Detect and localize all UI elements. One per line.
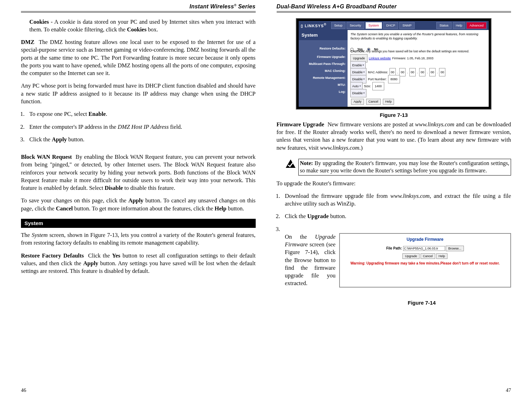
upgrade-intro: To upgrade the Router's firmware: xyxy=(277,180,511,187)
header-left: Instant Wireless® Series xyxy=(21,3,256,11)
header-rule-thick-r xyxy=(277,11,511,12)
port-input[interactable]: 8080 xyxy=(388,75,400,83)
apply-button[interactable]: Apply xyxy=(351,99,364,104)
step-2: 2.Enter the computer's IP address in the… xyxy=(29,123,256,131)
note-box: Note: By upgrading the Router's firmware… xyxy=(298,159,511,176)
browse-button[interactable]: Browse... xyxy=(446,246,464,251)
upg-step-3: 3. On the Upgrade Firmware screen (see F… xyxy=(285,225,511,288)
label-fw: Firmware Upgrade: xyxy=(300,53,345,60)
router-tabbar: ▯ LINKSYS® Setup Security System DHCP SN… xyxy=(299,21,489,30)
upg-step-2: 2.Click the Upgrade button. xyxy=(285,213,511,220)
upg-step-3-text: On the Upgrade Firmware screen (see Figu… xyxy=(285,233,336,288)
mac-4[interactable]: 00 xyxy=(429,68,436,76)
tab-status[interactable]: Status xyxy=(436,22,452,29)
tab-help[interactable]: Help xyxy=(453,22,466,29)
router-button-row: Apply Cancel Help xyxy=(350,99,486,104)
step-3: 3.Click the Apply button. xyxy=(29,136,256,143)
checkmark-triangle-icon xyxy=(285,159,296,169)
upg-button-row: Upgrade Cancel Help xyxy=(343,253,508,259)
page-47: Dual-Band Wireless A+G Broadband Router … xyxy=(266,3,518,394)
mac-1[interactable]: 00 xyxy=(399,68,406,76)
tab-setup[interactable]: Setup xyxy=(331,22,346,29)
dmz-paragraph-2: Any PC whose port is being forwarded mus… xyxy=(21,82,256,105)
upgrade-steps: 1.Download the firmware upgrade file fro… xyxy=(277,192,511,292)
label-remote: Remote Management: xyxy=(300,74,345,81)
row-mac: Disable ▾ MAC Address: 00. 00. 00. 00. 0… xyxy=(350,69,486,76)
caution-text: CAUTION: Any settings you have saved wil… xyxy=(350,50,486,53)
upg-warning: Warning: Upgrading firmware may take a f… xyxy=(343,261,508,266)
row-fw: Upgrade Linksys website Firmware: 1.05, … xyxy=(350,55,486,62)
figure-7-13-caption: Figure 7-13 xyxy=(277,112,511,119)
file-path-label: File Path: xyxy=(386,246,402,250)
section-system-bar: System xyxy=(21,219,256,228)
svg-marker-0 xyxy=(286,159,296,168)
tab-system[interactable]: System xyxy=(365,22,382,29)
label-mtu: MTU: xyxy=(300,81,345,88)
fw-version: Firmware: 1.05, Feb.18, 2003 xyxy=(392,55,433,62)
upgrade-firmware-title: Upgrade Firmware xyxy=(343,237,508,242)
size-input[interactable]: 1400 xyxy=(372,82,384,90)
label-restore: Restore Defaults: xyxy=(300,43,345,53)
page-number-47: 47 xyxy=(277,387,511,394)
mac-5[interactable]: 00 xyxy=(439,68,445,76)
size-label: Size: xyxy=(364,83,371,90)
header-text-right: Dual-Band Wireless A+G Broadband Router xyxy=(277,3,397,10)
router-title: System xyxy=(299,30,348,40)
tab-snmp[interactable]: SNMP xyxy=(399,22,415,29)
upg-cancel-button[interactable]: Cancel xyxy=(421,253,435,259)
restore-paragraph: Restore Factory Defaults Click the Yes b… xyxy=(21,252,256,275)
linksys-website-link[interactable]: Linksys website xyxy=(369,55,391,62)
page-46: Instant Wireless® Series Cookies - A coo… xyxy=(14,3,266,394)
figure-7-14-caption: Figure 7-14 xyxy=(333,299,511,306)
tab-security[interactable]: Security xyxy=(347,22,364,29)
mac-label: MAC Address: xyxy=(368,69,388,76)
row-mpt: Enable ▾ xyxy=(350,62,486,69)
router-desc: The System screen lets you enable a vari… xyxy=(350,32,486,40)
label-mac: MAC Cloning: xyxy=(300,67,345,74)
note-row: Note: By upgrading the Router's firmware… xyxy=(285,159,511,176)
help-button[interactable]: Help xyxy=(383,99,394,104)
router-sidebar: System Restore Defaults: Firmware Upgrad… xyxy=(299,30,348,107)
header-rule-thick xyxy=(21,11,256,12)
row-log: Disable ▾ xyxy=(350,90,486,97)
dmz-paragraph: DMZ The DMZ hosting feature allows one l… xyxy=(21,38,256,77)
figure-7-14-screenshot: Upgrade Firmware File Path: Browse... Up… xyxy=(339,233,511,288)
system-paragraph: The System screen, shown in Figure 7-13,… xyxy=(21,231,256,247)
row-remote: Disable ▾ Port Number: 8080 xyxy=(350,76,486,83)
row-mtu: Auto ▾ Size: 1400 xyxy=(350,83,486,90)
upg-path-row: File Path: Browse... xyxy=(343,246,508,251)
header-text: Instant Wireless® Series xyxy=(190,3,256,10)
log-select[interactable]: Disable ▾ xyxy=(350,89,366,97)
tab-dhcp[interactable]: DHCP xyxy=(383,22,399,29)
page-number-46: 46 xyxy=(21,387,256,394)
block-wan-paragraph: Block WAN Request By enabling the Block … xyxy=(21,153,256,192)
dmz-steps: 1.To expose one PC, select Enable. 2.Ent… xyxy=(21,110,256,148)
firmware-paragraph: Firmware Upgrade New firmware versions a… xyxy=(277,121,511,152)
port-label: Port Number: xyxy=(368,76,387,83)
linksys-logo: ▯ LINKSYS® xyxy=(301,22,327,29)
mac-3[interactable]: 00 xyxy=(419,68,425,76)
mac-2[interactable]: 00 xyxy=(409,68,416,76)
upg-help-button[interactable]: Help xyxy=(436,253,448,259)
figure-7-13-screenshot: ▯ LINKSYS® Setup Security System DHCP SN… xyxy=(296,18,491,110)
step-1: 1.To expose one PC, select Enable. xyxy=(29,110,256,118)
header-rule-thin-r xyxy=(277,12,511,13)
upg-upgrade-button[interactable]: Upgrade xyxy=(402,253,420,259)
cookies-paragraph: Cookies - A cookie is data stored on you… xyxy=(21,18,256,34)
file-path-input[interactable] xyxy=(403,246,445,251)
upg-step-1: 1.Download the firmware upgrade file fro… xyxy=(285,192,511,208)
save-paragraph: To save your changes on this page, click… xyxy=(21,197,256,213)
label-log: Log: xyxy=(300,88,345,95)
header-rule-thin xyxy=(21,12,256,13)
router-main: The System screen lets you enable a vari… xyxy=(348,30,489,107)
header-right: Dual-Band Wireless A+G Broadband Router xyxy=(277,3,511,11)
label-mpt: Multicast Pass-Through: xyxy=(300,60,345,67)
cancel-button[interactable]: Cancel xyxy=(366,99,381,104)
tab-advanced[interactable]: Advanced xyxy=(466,22,487,29)
